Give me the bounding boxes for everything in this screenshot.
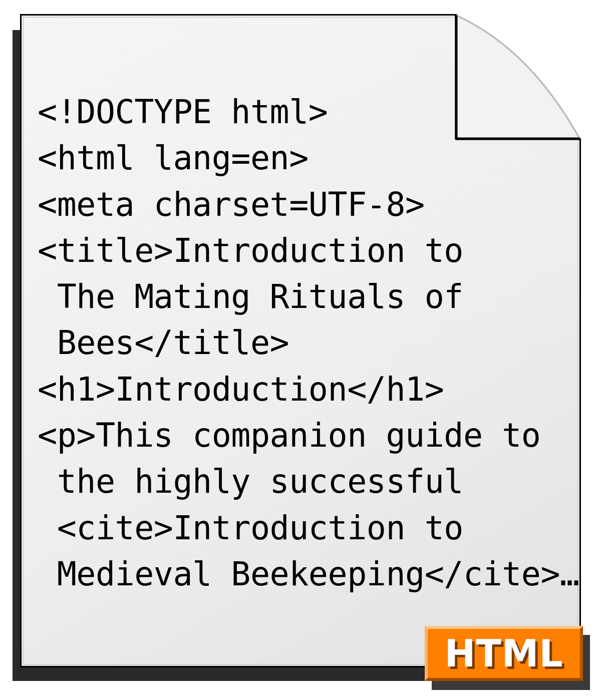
code-preview: <!DOCTYPE html> <html lang=en> <meta cha… xyxy=(38,89,570,597)
file-icon-canvas: <!DOCTYPE html> <html lang=en> <meta cha… xyxy=(0,0,601,700)
badge-plate: HTML xyxy=(425,626,583,681)
page-fold-icon xyxy=(455,14,581,140)
filetype-badge: HTML xyxy=(425,626,590,690)
document-sheet: <!DOCTYPE html> <html lang=en> <meta cha… xyxy=(20,14,581,667)
badge-label: HTML xyxy=(444,635,563,672)
